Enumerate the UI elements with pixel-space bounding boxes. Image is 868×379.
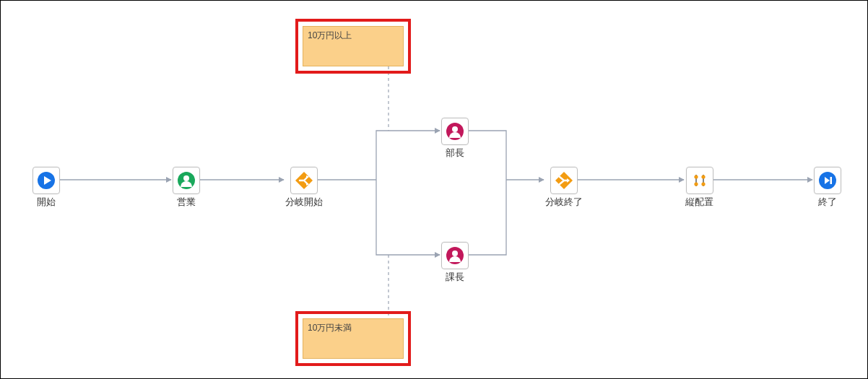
node-branch-start-label: 分岐開始 (285, 196, 323, 209)
node-dept-head-label: 部長 (446, 147, 464, 160)
node-dept-head[interactable]: 部長 (441, 118, 469, 160)
condition-note-bottom-label: 10万円未満 (308, 323, 352, 333)
node-vertical-label: 縦配置 (685, 196, 713, 209)
svg-point-20 (701, 182, 705, 186)
node-sales-label: 営業 (177, 196, 196, 209)
workflow-canvas: 開始 営業 分岐開始 部長 課長 (0, 0, 868, 379)
svg-point-19 (694, 182, 698, 186)
node-end[interactable]: 終了 (814, 167, 841, 209)
vertical-layout-icon (686, 167, 713, 194)
node-start[interactable]: 開始 (32, 167, 60, 209)
branch-start-icon (290, 167, 318, 194)
connectors-layer (1, 1, 868, 379)
person-icon (173, 167, 200, 194)
node-end-label: 終了 (818, 196, 837, 209)
svg-point-12 (452, 126, 458, 132)
person-icon (441, 242, 469, 269)
node-section-head-label: 課長 (446, 271, 464, 284)
play-icon (32, 167, 60, 194)
svg-rect-22 (830, 177, 833, 184)
condition-note-top-label: 10万円以上 (308, 30, 352, 40)
end-icon (814, 167, 841, 194)
svg-point-14 (452, 251, 458, 256)
node-sales[interactable]: 営業 (173, 167, 200, 209)
node-branch-end-label: 分岐終了 (545, 196, 583, 209)
person-icon (441, 118, 469, 145)
branch-end-icon (550, 167, 578, 194)
node-section-head[interactable]: 課長 (441, 242, 469, 284)
condition-note-bottom[interactable]: 10万円未満 (303, 318, 404, 359)
node-branch-end[interactable]: 分岐終了 (545, 167, 583, 209)
svg-point-18 (701, 175, 705, 178)
node-start-label: 開始 (37, 196, 56, 209)
condition-note-top[interactable]: 10万円以上 (303, 26, 404, 66)
svg-point-17 (694, 175, 698, 178)
node-vertical[interactable]: 縦配置 (685, 167, 713, 209)
svg-point-10 (183, 175, 189, 181)
node-branch-start[interactable]: 分岐開始 (285, 167, 323, 209)
